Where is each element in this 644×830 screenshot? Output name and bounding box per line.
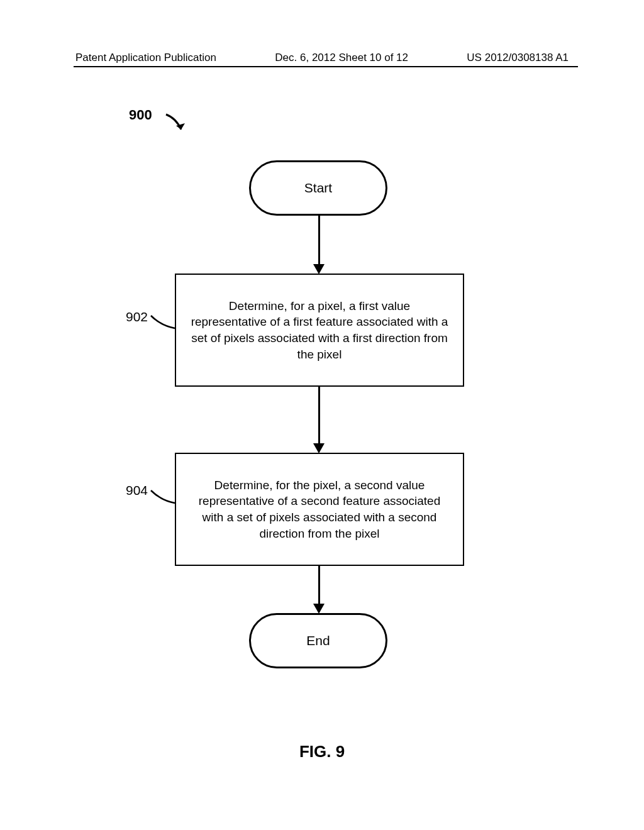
arrowhead-icon	[313, 443, 325, 453]
header-pub-number: US 2012/0308138 A1	[467, 52, 569, 64]
callout-line-904	[150, 489, 176, 508]
step-904-text: Determine, for the pixel, a second value…	[190, 477, 449, 542]
flowchart-end: End	[249, 613, 387, 668]
header-date-sheet: Dec. 6, 2012 Sheet 10 of 12	[275, 52, 408, 64]
reference-numeral-900: 900	[129, 107, 152, 123]
reference-numeral-904: 904	[126, 483, 148, 498]
callout-line-902	[150, 314, 176, 333]
arrowhead-icon	[313, 264, 325, 274]
start-label: Start	[304, 180, 332, 196]
flowchart-step-904: Determine, for the pixel, a second value…	[175, 453, 464, 566]
flowchart-step-902: Determine, for a pixel, a first value re…	[175, 274, 464, 387]
flowchart-start: Start	[249, 160, 387, 216]
end-label: End	[306, 633, 330, 648]
header-publication: Patent Application Publication	[75, 52, 216, 64]
step-902-text: Determine, for a pixel, a first value re…	[190, 298, 449, 363]
arrowhead-icon	[313, 604, 325, 614]
header-divider	[74, 66, 578, 67]
reference-numeral-902: 902	[126, 309, 148, 324]
figure-label: FIG. 9	[0, 742, 644, 761]
connector-line	[318, 387, 320, 451]
reference-arrow-900	[164, 112, 195, 137]
